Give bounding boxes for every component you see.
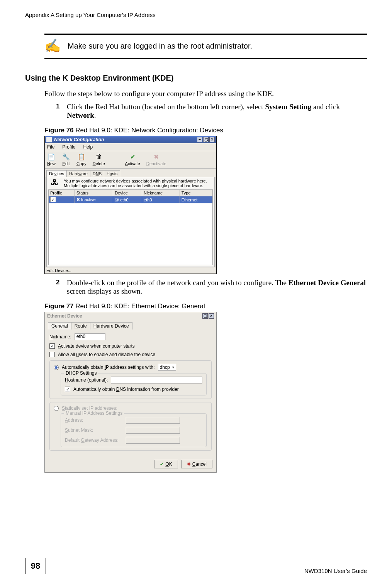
- cancel-button[interactable]: ✖Cancel: [181, 460, 212, 468]
- hostname-label: Hostname (optional):: [65, 377, 108, 383]
- dialog-button-row: ✔OK ✖Cancel: [45, 458, 216, 472]
- close-button[interactable]: ×: [209, 313, 214, 319]
- activate-icon: ✔: [128, 153, 137, 161]
- tab-hardware-device[interactable]: Hardware Device: [90, 322, 132, 329]
- step1-bold-2: Network: [67, 111, 94, 119]
- tab-route[interactable]: Route: [71, 322, 90, 329]
- menu-profile[interactable]: Profile: [62, 144, 75, 150]
- subnet-input: [126, 427, 180, 434]
- maximize-button[interactable]: ▢: [202, 313, 208, 319]
- nickname-label: Nickname:: [49, 334, 71, 340]
- figure-76-title: Red Hat 9.0: KDE: Network Configuration:…: [74, 127, 223, 134]
- note-text: Make sure you are logged in as the root …: [68, 42, 252, 51]
- allow-users-label: Allow all users to enable and disable th…: [58, 352, 155, 357]
- window-title: Ethernet Device: [47, 313, 82, 319]
- minimize-button[interactable]: –: [197, 137, 202, 142]
- address-label: Address:: [65, 417, 123, 423]
- toolbar-delete[interactable]: 🗑Delete: [93, 153, 105, 166]
- toolbar-new[interactable]: 📄New: [47, 153, 56, 166]
- col-profile[interactable]: Profile: [49, 190, 75, 196]
- protocol-dropdown[interactable]: dhcp▾: [158, 364, 176, 371]
- gateway-label: Default Gateway Address:: [65, 438, 123, 443]
- step2-part-c: screen displays as shown.: [67, 287, 142, 295]
- tab-hosts[interactable]: Hosts: [104, 170, 120, 177]
- ok-button[interactable]: ✔OK: [154, 460, 178, 468]
- window-titlebar[interactable]: Ethernet Device ▢ ×: [45, 312, 216, 320]
- delete-icon: 🗑: [95, 153, 103, 161]
- maximize-button[interactable]: ▢: [203, 137, 209, 142]
- status-text: Inactive: [81, 197, 96, 202]
- auto-ip-radio[interactable]: [54, 365, 59, 370]
- toolbar: 📄New 🔧Edit 📋Copy 🗑Delete ✔Activate ✖Deac…: [45, 151, 216, 169]
- footer-guide-name: NWD310N User's Guide: [304, 568, 367, 574]
- step-number: 2: [56, 279, 67, 296]
- col-device[interactable]: Device: [113, 190, 142, 196]
- auto-dns-label: Automatically obtain DNS information fro…: [73, 387, 179, 392]
- step1-bold-1: System Setting: [265, 103, 311, 111]
- status-icon: ✖: [76, 197, 80, 202]
- step1-part-c: and click: [311, 103, 340, 111]
- window-title: Network Configuration: [54, 137, 104, 142]
- ethernet-device-window: Ethernet Device ▢ × General Route Hardwa…: [44, 312, 217, 473]
- nickname-input[interactable]: eth0: [75, 333, 105, 340]
- device-table: Profile Status Device Nickname Type ✓ ✖ …: [48, 189, 213, 203]
- figure-77-caption: Figure 77 Red Hat 9.0: KDE: Ethernet Dev…: [44, 302, 367, 310]
- col-type[interactable]: Type: [180, 190, 212, 196]
- auto-dns-checkbox[interactable]: ✓: [65, 387, 70, 392]
- allow-users-checkbox[interactable]: [49, 352, 55, 357]
- col-nickname[interactable]: Nickname: [142, 190, 180, 196]
- activate-checkbox[interactable]: ✓: [49, 343, 55, 349]
- auto-ip-group: Automatically obtain IP address settings…: [49, 360, 212, 399]
- chevron-down-icon: ▾: [172, 365, 174, 369]
- hostname-input[interactable]: [111, 377, 202, 384]
- tab-general[interactable]: General: [48, 322, 71, 329]
- type-text: Ethernet: [180, 196, 212, 203]
- toolbar-deactivate[interactable]: ✖Deactivate: [146, 153, 166, 166]
- device-row-eth0[interactable]: ✓ ✖ Inactive 🖳 eth0 eth0 Ethernet: [49, 196, 213, 203]
- step-2: 2 Double-click on the profile of the net…: [56, 279, 367, 296]
- figure-76-num: Figure 76: [44, 127, 74, 134]
- gateway-input: [126, 437, 180, 444]
- close-button[interactable]: ×: [209, 137, 215, 142]
- static-ip-radio[interactable]: [54, 406, 59, 411]
- edit-icon: 🔧: [62, 153, 70, 161]
- profile-checkbox[interactable]: ✓: [50, 197, 56, 202]
- toolbar-edit[interactable]: 🔧Edit: [62, 153, 70, 166]
- new-icon: 📄: [47, 153, 56, 161]
- step1-part-a: Click the Red Hat button (located on the…: [67, 103, 265, 111]
- col-status[interactable]: Status: [75, 190, 113, 196]
- figure-76-caption: Figure 76 Red Hat 9.0: KDE: Network Conf…: [44, 127, 367, 134]
- network-icon: 🖧: [48, 179, 61, 188]
- toolbar-copy[interactable]: 📋Copy: [76, 153, 87, 166]
- menubar: File Profile Help: [45, 143, 216, 151]
- manual-ip-group: Manual IP Address Settings Address: Subn…: [61, 413, 207, 447]
- step2-bold: Ethernet Device General: [288, 279, 366, 287]
- deactivate-icon: ✖: [152, 153, 161, 161]
- static-ip-group: Statically set IP addresses: Manual IP A…: [49, 402, 212, 451]
- table-empty-area: [48, 203, 213, 265]
- menu-file[interactable]: File: [47, 144, 54, 150]
- step2-part-a: Double-click on the profile of the netwo…: [67, 279, 288, 287]
- manual-group-legend: Manual IP Address Settings: [64, 411, 124, 416]
- note-block: ✍ Make sure you are logged in as the roo…: [44, 34, 367, 59]
- address-input: [126, 417, 180, 424]
- tab-hardware[interactable]: Hardware: [66, 170, 90, 177]
- tab-dns[interactable]: DNS: [90, 170, 104, 177]
- step-number: 1: [56, 103, 67, 120]
- subnet-label: Subnet Mask:: [65, 427, 123, 433]
- device-text: eth0: [120, 198, 128, 202]
- hand-writing-icon: ✍: [44, 39, 68, 52]
- close-icon: ✖: [187, 461, 191, 467]
- tabs-row: Devices Hardware DNS Hosts: [45, 169, 216, 177]
- auto-ip-label: Automatically obtain IP address settings…: [62, 365, 155, 370]
- toolbar-activate[interactable]: ✔Activate: [125, 153, 140, 166]
- window-titlebar[interactable]: Network Configuration – ▢ ×: [45, 136, 216, 143]
- activate-label: Activate device when computer starts: [58, 343, 135, 349]
- step-1: 1 Click the Red Hat button (located on t…: [56, 103, 367, 120]
- intro-text: Follow the steps below to configure your…: [44, 90, 367, 98]
- tab-devices[interactable]: Devices: [46, 170, 67, 177]
- menu-help[interactable]: Help: [83, 144, 93, 150]
- nickname-text: eth0: [142, 196, 180, 203]
- devices-info-text: You may configure network devices associ…: [64, 179, 213, 188]
- step-content: Double-click on the profile of the netwo…: [67, 279, 367, 296]
